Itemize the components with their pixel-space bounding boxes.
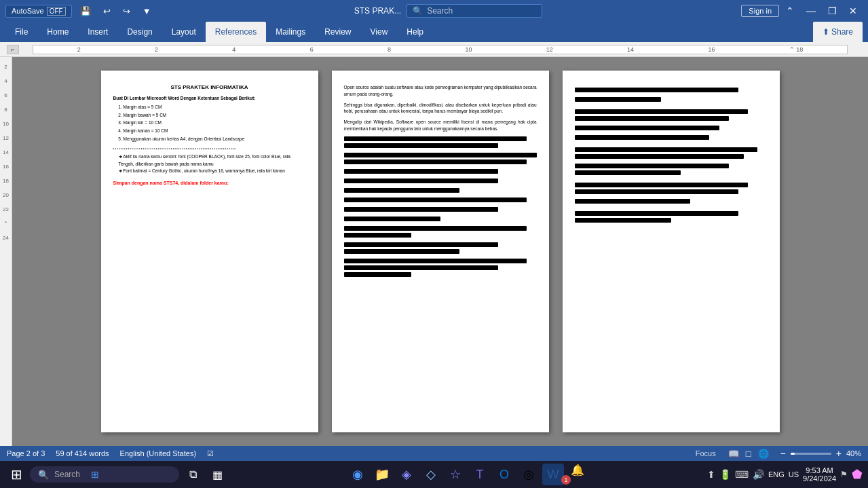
status-right: Focus 📖 □ 🌐 − + 40%: [693, 448, 861, 459]
start-button[interactable]: ⊞: [5, 464, 27, 485]
web-layout-button[interactable]: 🌐: [755, 448, 772, 459]
ruler-num: 8: [388, 46, 391, 53]
customize-button[interactable]: ▼: [138, 5, 155, 18]
undo-button[interactable]: ↩: [99, 5, 115, 18]
tab-review[interactable]: Review: [315, 22, 360, 42]
share-icon: ⬆: [823, 27, 829, 37]
tab-design[interactable]: Design: [117, 22, 162, 42]
ribbon-tabs: File Home Insert Design Layout Reference…: [0, 22, 868, 42]
windows-icon: ⊞: [91, 469, 99, 480]
print-layout-button[interactable]: □: [743, 448, 754, 459]
outlook-icon[interactable]: O: [493, 464, 515, 485]
app-icon-3[interactable]: ☆: [445, 464, 466, 485]
redacted-block: [344, 226, 527, 231]
edge-browser-icon[interactable]: ◉: [347, 464, 369, 485]
restore-button[interactable]: ❐: [823, 4, 842, 18]
system-clock[interactable]: 9:53 AM 9/24/2024: [803, 466, 836, 483]
redacted-block: [575, 199, 690, 204]
tab-layout[interactable]: Layout: [162, 22, 206, 42]
view-controls: 📖 □ 🌐: [725, 448, 772, 459]
redacted-block: [344, 272, 411, 277]
region-label: US: [789, 470, 799, 478]
language: English (United States): [120, 449, 197, 457]
ruler-v-num: 20: [3, 192, 9, 198]
redacted-block: [344, 265, 498, 270]
ruler-num: 12: [546, 46, 553, 53]
color-icon[interactable]: ⬟: [852, 467, 863, 482]
redacted-block: [575, 88, 738, 92]
ruler-num: 6: [310, 46, 314, 53]
search-input[interactable]: [427, 6, 535, 16]
pages-container: STS PRAKTEK INFORMATIKA Buat Di Lembar M…: [12, 57, 868, 446]
ruler-num: 16: [708, 46, 715, 53]
ruler-v-num: 22: [3, 206, 9, 212]
zoom-in-button[interactable]: +: [834, 448, 844, 459]
focus-button[interactable]: Focus: [693, 449, 719, 458]
close-button[interactable]: ✕: [844, 4, 863, 18]
tab-view[interactable]: View: [361, 22, 398, 42]
language-label: ENG: [768, 470, 785, 478]
tab-mailings[interactable]: Mailings: [266, 22, 315, 42]
ruler-v-num: 12: [3, 135, 9, 141]
chrome-icon[interactable]: ◎: [518, 464, 540, 485]
sys-tray: ⬆ 🔋 ⌨ 🔊: [707, 469, 764, 480]
tab-insert[interactable]: Insert: [78, 22, 117, 42]
ruler-num: ⌃ 18: [789, 46, 804, 53]
teams-icon[interactable]: T: [469, 464, 491, 485]
redacted-block: [575, 164, 729, 168]
signin-button[interactable]: Sign in: [741, 5, 779, 17]
zoom-control: − + 40%: [778, 448, 861, 459]
redacted-block: [575, 97, 662, 102]
share-button[interactable]: ⬆ Share: [813, 22, 863, 42]
tray-battery-icon[interactable]: 🔋: [719, 469, 731, 480]
taskbar: ⊞ 🔍 Search ⊞ ⧉ ▦ ◉ 📁 ◈ ◇ ☆ T O ◎ W 🔔 1 ⬆…: [0, 461, 868, 488]
ribbon: File Home Insert Design Layout Reference…: [0, 22, 868, 42]
page2-para1: Open source adalah suatu software atau k…: [344, 84, 537, 98]
show-desktop-icon[interactable]: ⚑: [840, 470, 848, 479]
minimize-button[interactable]: —: [801, 4, 821, 18]
redo-button[interactable]: ↪: [119, 5, 134, 18]
zoom-slider[interactable]: [791, 453, 831, 455]
widgets-button[interactable]: ▦: [206, 464, 228, 485]
list-item: Menggunakan ukuran kertas A4, dengan Ori…: [124, 135, 306, 143]
tab-references[interactable]: References: [206, 22, 266, 42]
task-view-button[interactable]: ⧉: [182, 464, 204, 485]
app-icon-2[interactable]: ◇: [420, 464, 442, 485]
redacted-block: [575, 218, 671, 223]
zoom-out-button[interactable]: −: [778, 448, 788, 459]
list-item: Font kalimat = Century Gothic, ukuran hu…: [119, 168, 306, 175]
taskbar-search[interactable]: 🔍 Search ⊞: [30, 466, 179, 483]
date-label: 9/24/2024: [803, 474, 836, 483]
redacted-block: [344, 242, 498, 247]
redacted-section: [344, 136, 537, 277]
redacted-block: [575, 126, 719, 130]
autosave-button[interactable]: AutoSave OFF: [5, 5, 72, 18]
title-bar: AutoSave OFF 💾 ↩ ↪ ▼ STS PRAK... 🔍 Sign …: [0, 0, 868, 22]
word-icon[interactable]: W: [542, 464, 564, 485]
save-button[interactable]: 💾: [76, 5, 95, 18]
taskbar-search-icon: 🔍: [38, 470, 49, 480]
ribbon-toggle-button[interactable]: ⌃: [782, 4, 798, 18]
tab-file[interactable]: File: [5, 22, 37, 42]
tray-notification-icon[interactable]: ⬆: [707, 469, 715, 480]
search-bar[interactable]: 🔍: [407, 4, 542, 18]
language-tray: ENG US: [768, 470, 799, 478]
title-bar-right: Sign in ⌃ — ❐ ✕: [741, 4, 863, 18]
tab-home[interactable]: Home: [37, 22, 78, 42]
ruler-num: 10: [465, 46, 472, 53]
tray-keyboard-icon[interactable]: ⌨: [735, 469, 749, 480]
app-icon-1[interactable]: ◈: [396, 464, 417, 485]
tray-volume-icon[interactable]: 🔊: [753, 469, 764, 480]
read-mode-button[interactable]: 📖: [725, 448, 742, 459]
redacted-block: [344, 198, 527, 202]
ruler-corner[interactable]: ⌐: [7, 45, 19, 54]
accessibility-icon[interactable]: ☑: [207, 449, 214, 458]
ruler-v-num: 14: [3, 149, 9, 155]
file-explorer-icon[interactable]: 📁: [371, 464, 393, 485]
autosave-state: OFF: [47, 7, 66, 16]
tab-help[interactable]: Help: [397, 22, 433, 42]
left-ruler: 2 4 6 8 10 12 14 16 18 20 22 ⌃ 24: [0, 57, 12, 446]
title-bar-center: STS PRAK... 🔍: [155, 4, 742, 18]
ruler-num: 2: [77, 46, 81, 53]
notification-container: 🔔 1: [567, 459, 588, 488]
